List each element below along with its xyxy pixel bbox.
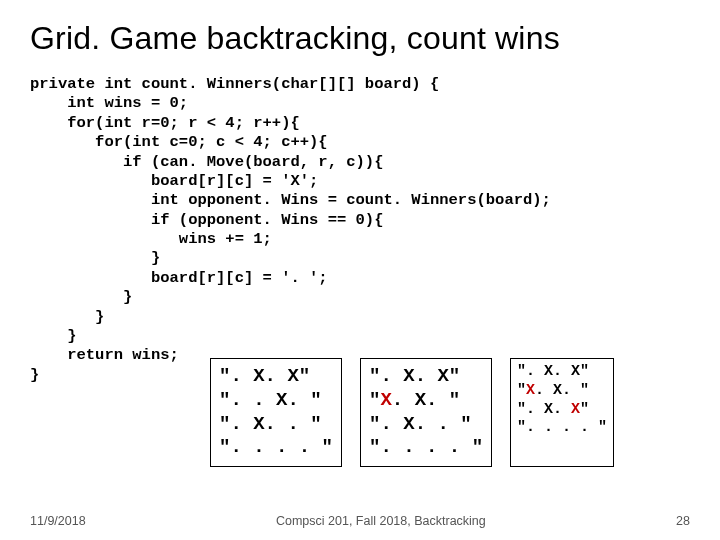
boards-container: ". X. X" ". . X. " ". X. . " ". . . . ""…: [210, 358, 614, 467]
board: ". X. X" "X. X. " ". X. X" ". . . . ": [510, 358, 614, 467]
board: ". X. X" ". . X. " ". X. . " ". . . . ": [210, 358, 342, 467]
footer: 11/9/2018 Compsci 201, Fall 2018, Backtr…: [0, 514, 720, 528]
board: ". X. X" "X. X. " ". X. . " ". . . . ": [360, 358, 492, 467]
slide: Grid. Game backtracking, count wins priv…: [0, 0, 720, 540]
code-block: private int count. Winners(char[][] boar…: [30, 75, 690, 385]
slide-title: Grid. Game backtracking, count wins: [30, 20, 690, 57]
footer-center: Compsci 201, Fall 2018, Backtracking: [86, 514, 676, 528]
footer-date: 11/9/2018: [30, 514, 86, 528]
footer-page: 28: [676, 514, 690, 528]
